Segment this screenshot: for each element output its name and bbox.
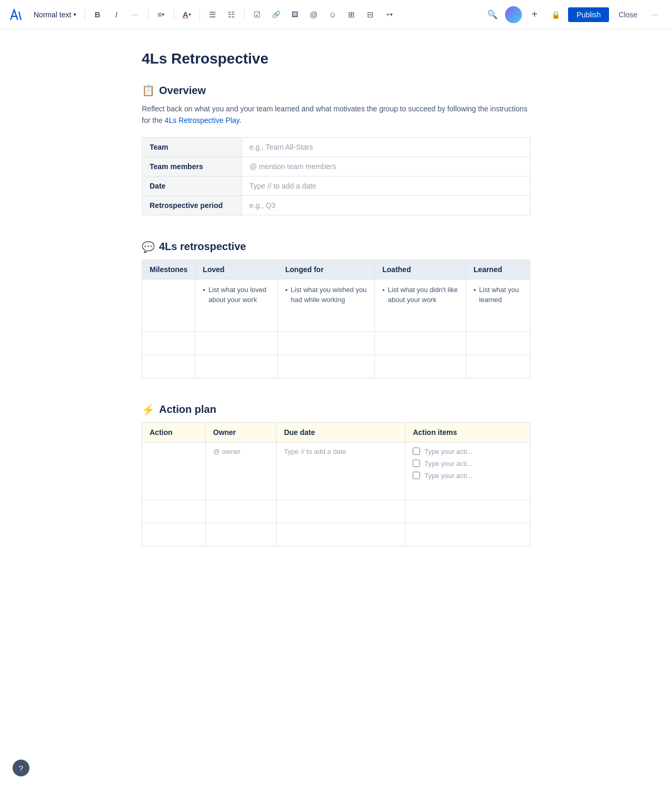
retro-learned-cell[interactable]: List what you learned (466, 279, 530, 331)
text-style-dropdown[interactable]: Normal text ▾ (29, 8, 80, 21)
info-value[interactable]: Type // to add a date (242, 176, 530, 195)
chevron-down-icon: ▾ (74, 12, 76, 17)
action-table-cell[interactable] (405, 523, 530, 546)
numbered-list-button[interactable]: ☷ (223, 6, 240, 23)
retro-milestones-cell[interactable] (142, 279, 195, 331)
action-checkbox[interactable] (413, 460, 420, 467)
retro-table-cell[interactable] (466, 355, 530, 378)
table-button[interactable]: ⊞ (343, 6, 360, 23)
info-label: Retrospective period (142, 195, 242, 215)
more-options-button[interactable]: ··· (647, 6, 664, 23)
retro-col-header: Milestones (142, 259, 195, 279)
action-heading-text: Action plan (159, 403, 216, 416)
retro-table-cell[interactable] (375, 331, 466, 355)
bullet-list-button[interactable]: ☰ (204, 6, 221, 23)
action-table-row (142, 500, 530, 523)
insert-more-button[interactable]: + ▾ (381, 6, 398, 23)
retro-col-header: Longed for (278, 259, 375, 279)
lock-icon: 🔒 (551, 11, 560, 19)
retro-table-cell[interactable] (375, 355, 466, 378)
action-col-header: Action (142, 422, 206, 442)
publish-button[interactable]: Publish (568, 7, 609, 22)
action-table-header: ActionOwnerDue dateAction items (142, 422, 530, 442)
more-format-button[interactable]: ··· (127, 6, 144, 23)
action-item: Type your acti... (413, 472, 522, 480)
table-icon: ⊞ (348, 10, 355, 19)
page-title: 4Ls Retrospective (142, 50, 530, 67)
action-table-cell[interactable] (405, 500, 530, 523)
action-col-header: Action items (405, 422, 530, 442)
info-table-row: Team e.g., Team All-Stars (142, 137, 530, 157)
action-table-cell[interactable] (142, 523, 206, 546)
link-button[interactable]: 🔗 (268, 6, 285, 23)
owner-cell[interactable]: @ owner (205, 442, 276, 500)
overview-description: Reflect back on what you and your team l… (142, 103, 530, 127)
text-color-button[interactable]: A ▾ (178, 6, 195, 23)
action-table-cell[interactable] (205, 523, 276, 546)
action-icon: ⚡ (142, 403, 155, 416)
retro-table-cell[interactable] (195, 331, 278, 355)
retro-loathed-cell[interactable]: List what you didn't like about your wor… (375, 279, 466, 331)
list-item: List what you wished you had while worki… (285, 285, 367, 305)
retro-table-cell[interactable] (142, 331, 195, 355)
lock-button[interactable]: 🔒 (547, 6, 564, 23)
info-label: Team members (142, 157, 242, 176)
info-value[interactable]: @ mention team members (242, 157, 530, 176)
action-items-cell[interactable]: Type your acti...Type your acti...Type y… (405, 442, 530, 500)
emoji-icon: ☺ (329, 10, 337, 19)
image-button[interactable]: 🖼 (287, 6, 303, 23)
due-date-cell[interactable]: Type // to add a date (276, 442, 405, 500)
retrospective-play-link[interactable]: 4Ls Retrospective Play. (165, 116, 242, 124)
checkbox-button[interactable]: ☑ (249, 6, 266, 23)
align-icon: ≡ (158, 10, 162, 19)
overview-heading-text: Overview (159, 85, 206, 97)
retro-loved-cell[interactable]: List what you loved about your work (195, 279, 278, 331)
retro-table-cell[interactable] (278, 331, 375, 355)
close-button[interactable]: Close (613, 7, 643, 22)
retro-table-cell[interactable] (466, 331, 530, 355)
mention-button[interactable]: @ (306, 6, 322, 23)
align-button[interactable]: ≡ ▾ (153, 6, 170, 23)
info-label: Team (142, 137, 242, 157)
separator-4 (200, 8, 200, 21)
avatar[interactable] (505, 6, 522, 23)
search-button[interactable]: 🔍 (484, 6, 501, 23)
overview-icon: 📋 (142, 84, 155, 97)
separator-3 (174, 8, 174, 21)
action-checkbox[interactable] (413, 448, 420, 455)
action-table-cell[interactable] (142, 500, 206, 523)
action-cell[interactable] (142, 442, 206, 500)
separator-1 (85, 8, 85, 21)
bold-button[interactable]: B (89, 6, 106, 23)
list-item: List what you learned (474, 285, 522, 305)
action-table-cell[interactable] (276, 523, 405, 546)
action-section: ⚡ Action plan ActionOwnerDue dateAction … (142, 403, 530, 546)
separator-5 (244, 8, 245, 21)
link-icon: 🔗 (272, 11, 280, 18)
list-item: List what you didn't like about your wor… (382, 285, 458, 305)
app-logo (8, 7, 23, 22)
action-table-row: @ ownerType // to add a dateType your ac… (142, 442, 530, 500)
retro-table-cell[interactable] (278, 355, 375, 378)
action-table-cell[interactable] (276, 500, 405, 523)
avatar-image (505, 6, 522, 23)
info-value[interactable]: e.g., Q3 (242, 195, 530, 215)
bullet-list-icon: ☰ (209, 10, 216, 19)
checkbox-icon: ☑ (254, 10, 260, 19)
action-table-cell[interactable] (205, 500, 276, 523)
add-button[interactable]: + (526, 6, 543, 23)
info-value[interactable]: e.g., Team All-Stars (242, 137, 530, 157)
chevron-down-icon-3: ▾ (188, 12, 191, 17)
retro-table-cell[interactable] (142, 355, 195, 378)
retro-heading: 💬 4Ls retrospective (142, 241, 530, 253)
search-icon: 🔍 (487, 9, 498, 19)
retro-table-row (142, 331, 530, 355)
image-icon: 🖼 (291, 11, 298, 18)
action-checkbox[interactable] (413, 472, 420, 479)
italic-button[interactable]: I (108, 6, 125, 23)
retro-table-cell[interactable] (195, 355, 278, 378)
layout-button[interactable]: ⊟ (362, 6, 379, 23)
action-item-label: Type your acti... (424, 448, 472, 455)
emoji-button[interactable]: ☺ (324, 6, 341, 23)
retro-longed-cell[interactable]: List what you wished you had while worki… (278, 279, 375, 331)
